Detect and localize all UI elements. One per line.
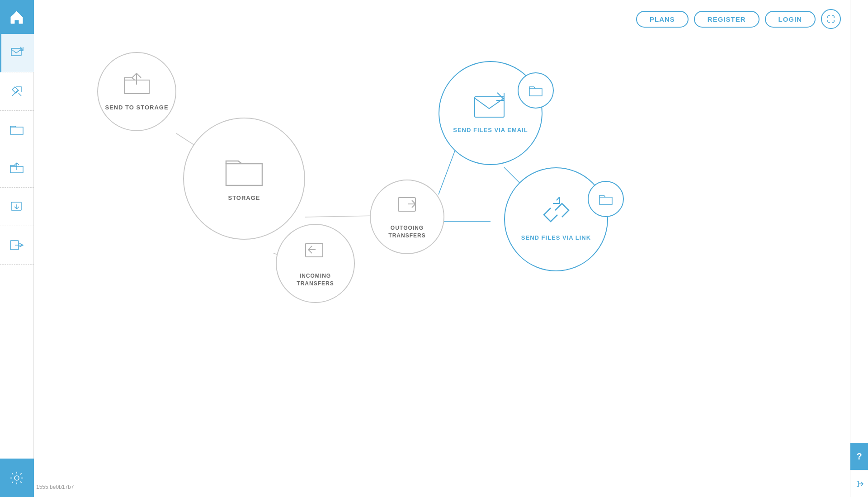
- sidebar-item-incoming[interactable]: [0, 188, 34, 226]
- sidebar-item-logout[interactable]: [0, 226, 34, 265]
- sidebar-item-send-email[interactable]: [0, 34, 34, 72]
- sidebar-settings-button[interactable]: [0, 459, 34, 497]
- link-sub-node[interactable]: [588, 181, 624, 217]
- incoming-icon: [302, 240, 329, 267]
- outgoing-transfers-node[interactable]: OUTGOING TRANSFERS: [370, 180, 444, 254]
- svg-point-3: [14, 476, 19, 480]
- email-sub-node[interactable]: [518, 72, 554, 109]
- main-content: PLANS REGISTER LOGIN STORAGE: [34, 0, 868, 497]
- help-button[interactable]: ?: [850, 443, 868, 470]
- incoming-transfers-label: INCOMING TRANSFERS: [297, 272, 334, 288]
- sidebar-item-transfer-link[interactable]: [0, 72, 34, 111]
- send-to-storage-label: SEND TO STORAGE: [105, 104, 168, 112]
- send-files-via-link-node[interactable]: SEND FILES VIA LINK: [504, 167, 608, 271]
- email-folder-icon: [528, 84, 543, 97]
- send-email-icon: [9, 45, 26, 61]
- version-text: 1555.be0b17b7: [36, 484, 74, 490]
- svg-rect-1: [11, 202, 21, 210]
- incoming-transfers-node[interactable]: INCOMING TRANSFERS: [276, 224, 355, 303]
- outgoing-transfers-label: OUTGOING TRANSFERS: [388, 224, 425, 240]
- outgoing-icon: [395, 194, 420, 219]
- exit-button[interactable]: [850, 470, 868, 497]
- email-icon: [472, 91, 509, 121]
- settings-icon: [9, 471, 24, 485]
- sidebar-home-button[interactable]: [0, 0, 34, 34]
- folder-icon: [9, 122, 25, 138]
- logout-icon: [9, 237, 25, 253]
- sidebar: [0, 0, 34, 497]
- home-icon: [9, 9, 25, 25]
- send-to-storage-node[interactable]: SEND TO STORAGE: [97, 52, 176, 131]
- svg-rect-0: [11, 48, 21, 56]
- exit-icon: [855, 479, 864, 488]
- send-to-storage-icon: [122, 71, 151, 98]
- storage-node[interactable]: STORAGE: [183, 118, 305, 240]
- storage-folder-icon: [224, 155, 264, 189]
- expand-button[interactable]: [821, 9, 841, 29]
- header-buttons: PLANS REGISTER LOGIN: [636, 9, 841, 29]
- right-panel: ?: [850, 0, 868, 497]
- send-files-via-link-label: SEND FILES VIA LINK: [521, 234, 591, 242]
- sidebar-item-upload[interactable]: [0, 149, 34, 188]
- upload-icon: [9, 160, 25, 176]
- send-files-via-email-label: SEND FILES VIA EMAIL: [453, 126, 528, 134]
- plans-button[interactable]: PLANS: [636, 11, 689, 28]
- login-button[interactable]: LOGIN: [765, 11, 816, 28]
- link-icon: [539, 197, 573, 228]
- svg-rect-14: [475, 97, 504, 117]
- link-folder-icon: [599, 193, 613, 205]
- sidebar-item-folder[interactable]: [0, 111, 34, 149]
- incoming-icon: [9, 199, 25, 215]
- transfer-link-icon: [9, 83, 25, 99]
- expand-icon: [827, 15, 835, 23]
- svg-line-5: [305, 216, 377, 217]
- register-button[interactable]: REGISTER: [694, 11, 760, 28]
- storage-label: STORAGE: [228, 194, 260, 202]
